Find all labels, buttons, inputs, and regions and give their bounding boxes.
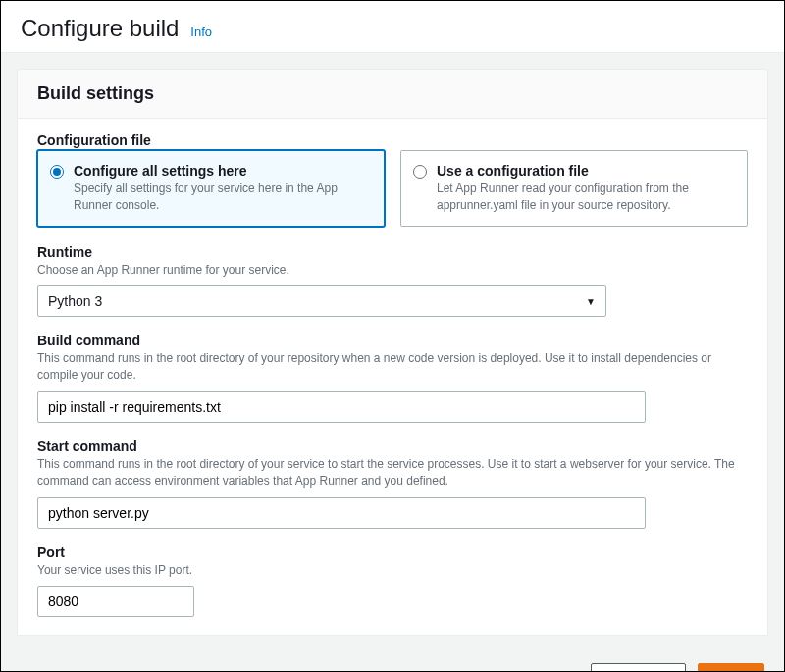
config-file-options: Configure all settings here Specify all …	[37, 150, 748, 227]
start-command-input[interactable]	[37, 497, 646, 529]
panel-body: Configuration file Configure all setting…	[18, 119, 767, 635]
start-command-label: Start command	[37, 439, 748, 454]
radio-file-title: Use a configuration file	[437, 163, 733, 179]
panel-title: Build settings	[37, 83, 748, 104]
page-header: Configure build Info	[1, 1, 784, 53]
runtime-label: Runtime	[37, 244, 748, 260]
footer-actions: Cancel Previous Next	[1, 651, 784, 672]
radio-icon	[50, 165, 64, 179]
runtime-desc: Choose an App Runner runtime for your se…	[37, 262, 748, 279]
radio-icon	[413, 165, 427, 179]
build-command-group: Build command This command runs in the r…	[37, 333, 748, 423]
info-link[interactable]: Info	[190, 25, 212, 39]
config-file-group: Configuration file Configure all setting…	[37, 132, 748, 227]
port-desc: Your service uses this IP port.	[37, 562, 748, 579]
config-file-label: Configuration file	[37, 132, 748, 148]
cancel-button[interactable]: Cancel	[498, 663, 579, 672]
start-command-group: Start command This command runs in the r…	[37, 439, 748, 529]
radio-configure-here[interactable]: Configure all settings here Specify all …	[37, 150, 385, 227]
radio-file-desc: Let App Runner read your configuration f…	[437, 181, 733, 214]
start-command-desc: This command runs in the root directory …	[37, 456, 748, 490]
build-command-label: Build command	[37, 333, 748, 348]
runtime-select[interactable]: Python 3 ▼	[37, 285, 606, 317]
port-input[interactable]	[37, 586, 194, 617]
port-group: Port Your service uses this IP port.	[37, 544, 748, 618]
radio-here-desc: Specify all settings for your service he…	[74, 181, 370, 214]
next-button[interactable]: Next	[698, 663, 764, 672]
runtime-value: Python 3	[48, 293, 102, 309]
runtime-group: Runtime Choose an App Runner runtime for…	[37, 244, 748, 318]
previous-button[interactable]: Previous	[591, 663, 686, 672]
radio-use-file[interactable]: Use a configuration file Let App Runner …	[400, 150, 748, 227]
build-settings-panel: Build settings Configuration file Config…	[17, 69, 768, 636]
panel-header: Build settings	[18, 70, 767, 119]
build-command-input[interactable]	[37, 391, 646, 423]
build-command-desc: This command runs in the root directory …	[37, 350, 748, 384]
page-title: Configure build	[21, 15, 179, 41]
chevron-down-icon: ▼	[586, 296, 596, 307]
port-label: Port	[37, 544, 748, 560]
radio-here-title: Configure all settings here	[74, 163, 370, 179]
